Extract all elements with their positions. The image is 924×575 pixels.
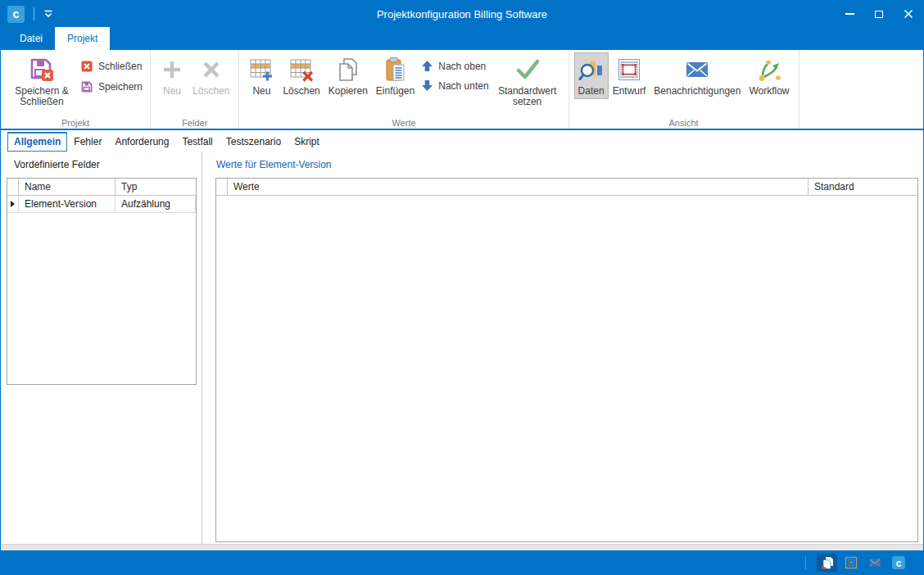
window-title: Projektkonfiguration Billing Software: [1, 8, 923, 20]
close-button[interactable]: [894, 1, 923, 27]
save-close-icon: [29, 55, 55, 84]
quick-access-customize-icon[interactable]: [43, 10, 53, 18]
view-daten-button[interactable]: Daten: [574, 52, 609, 99]
column-header-name[interactable]: Name: [19, 179, 116, 195]
table-delete-icon: [288, 55, 315, 84]
tab-allgemein[interactable]: Allgemein: [7, 132, 67, 152]
close-project-button[interactable]: Schließen: [78, 59, 145, 74]
ribbon-group-werte: Neu Löschen: [239, 50, 568, 129]
table-row[interactable]: Element-Version Aufzählung: [7, 196, 196, 213]
field-new-label: Neu: [163, 86, 181, 97]
status-daten-view-button[interactable]: [817, 554, 837, 572]
add-plus-icon: [160, 55, 184, 84]
cell-typ[interactable]: Aufzählung: [116, 196, 196, 212]
save-icon: [80, 80, 93, 93]
ribbon-tab-projekt[interactable]: Projekt: [55, 27, 110, 50]
predefined-fields-grid: Name Typ Element-Version Aufzählung: [7, 178, 197, 385]
notifications-status-icon: [867, 555, 882, 570]
field-delete-label: Löschen: [192, 86, 229, 97]
status-app-logo-button[interactable]: c: [888, 554, 908, 572]
title-bar: c Projektkonfiguration Billing Software: [1, 1, 923, 27]
row-selector-header: [216, 179, 228, 195]
view-benachrichtigungen-label: Benachrichtigungen: [654, 86, 741, 97]
tab-skript[interactable]: Skript: [288, 133, 326, 152]
design-view-status-icon: [844, 555, 858, 570]
panel-splitter[interactable]: [202, 152, 202, 544]
save-and-close-label: Speichern & Schließen: [10, 86, 74, 107]
group-label-ansicht: Ansicht: [569, 118, 799, 128]
values-grid-header: Werte Standard: [216, 179, 917, 196]
resize-strip: [1, 544, 923, 550]
maximize-button[interactable]: [864, 1, 894, 27]
view-benachrichtigungen-button[interactable]: Benachrichtigungen: [650, 52, 745, 99]
group-label-felder: Felder: [151, 118, 238, 128]
workspace: Vordefinierte Felder Werte für Element-V…: [1, 152, 923, 544]
delete-x-icon: [199, 55, 224, 84]
tab-fehler[interactable]: Fehler: [67, 133, 108, 152]
group-label-projekt: Projekt: [1, 118, 150, 128]
notifications-icon: [684, 55, 710, 84]
paste-button[interactable]: Einfügen: [372, 52, 419, 99]
column-header-standard[interactable]: Standard: [808, 179, 917, 195]
minimize-icon: [845, 13, 854, 15]
tab-testfall[interactable]: Testfall: [175, 133, 219, 152]
paste-label: Einfügen: [376, 86, 414, 97]
document-tab-strip: Allgemein Fehler Anforderung Testfall Te…: [1, 130, 923, 152]
move-down-button[interactable]: Nach unten: [419, 79, 491, 93]
minimize-button[interactable]: [835, 1, 864, 27]
row-selector-cell[interactable]: [7, 196, 19, 212]
value-new-button[interactable]: Neu: [244, 52, 279, 99]
left-panel-title: Vordefinierte Felder: [14, 159, 100, 170]
field-new-button[interactable]: Neu: [156, 52, 188, 99]
table-add-icon: [248, 55, 274, 84]
group-label-werte: Werte: [239, 118, 568, 128]
status-entwurf-view-button[interactable]: [840, 554, 861, 572]
ribbon-tab-datei[interactable]: Datei: [7, 27, 55, 50]
value-delete-button[interactable]: Löschen: [279, 52, 324, 99]
data-view-icon: [578, 55, 605, 84]
copy-button[interactable]: Kopieren: [324, 52, 372, 99]
maximize-icon: [875, 11, 883, 18]
view-workflow-button[interactable]: Workflow: [745, 52, 793, 99]
right-panel-title: Werte für Element-Version: [216, 159, 332, 170]
quick-access-separator: [34, 7, 34, 20]
app-logo-icon[interactable]: c: [7, 6, 25, 23]
status-separator: [805, 556, 806, 569]
value-new-label: Neu: [252, 86, 270, 97]
workflow-icon: [756, 55, 782, 84]
view-entwurf-label: Entwurf: [613, 86, 646, 97]
copy-label: Kopieren: [328, 86, 368, 97]
view-entwurf-button[interactable]: Entwurf: [609, 52, 650, 99]
tab-testszenario[interactable]: Testszenario: [220, 133, 288, 152]
app-logo-status-icon: c: [891, 555, 906, 570]
status-bar: c: [1, 550, 923, 574]
close-document-icon: [80, 60, 93, 73]
column-header-typ[interactable]: Typ: [116, 179, 196, 195]
view-daten-label: Daten: [578, 86, 605, 97]
tab-anforderung[interactable]: Anforderung: [108, 133, 175, 152]
app-window: c Projektkonfiguration Billing Software …: [0, 0, 924, 575]
arrow-down-icon: [421, 79, 433, 92]
move-up-button[interactable]: Nach oben: [419, 59, 491, 73]
save-and-close-button[interactable]: Speichern & Schließen: [6, 52, 78, 110]
close-icon: [904, 9, 913, 19]
move-up-label: Nach oben: [438, 61, 486, 72]
value-delete-label: Löschen: [283, 86, 319, 97]
predefined-fields-header: Name Typ: [7, 179, 196, 196]
row-selector-header: [7, 179, 19, 195]
column-header-werte[interactable]: Werte: [228, 179, 808, 195]
close-project-label: Schließen: [98, 61, 142, 72]
arrow-up-icon: [421, 60, 433, 72]
ribbon-group-projekt: Speichern & Schließen Schließen: [1, 50, 151, 129]
set-default-button[interactable]: Standardwert setzen: [491, 52, 564, 110]
cell-name[interactable]: Element-Version: [19, 196, 116, 212]
ribbon: Speichern & Schließen Schließen: [1, 50, 923, 130]
field-delete-button[interactable]: Löschen: [188, 52, 233, 99]
status-benachrichtigungen-button[interactable]: [864, 554, 885, 572]
ribbon-group-ansicht: Daten Entwurf: [569, 50, 799, 129]
save-button[interactable]: Speichern: [78, 79, 145, 94]
design-view-icon: [616, 55, 642, 84]
current-row-indicator-icon: [11, 201, 15, 207]
ribbon-group-felder: Neu Löschen Felder: [151, 50, 239, 129]
save-label: Speichern: [98, 81, 143, 93]
